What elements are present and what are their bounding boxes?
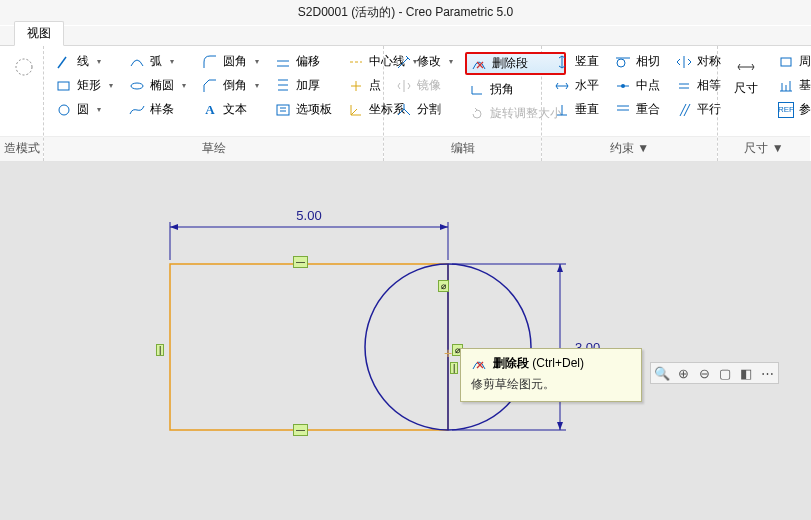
perpendicular-icon — [554, 102, 570, 118]
view-toolbar: 🔍 ⊕ ⊖ ▢ ◧ ⋯ — [650, 362, 779, 384]
svg-marker-15 — [440, 224, 448, 230]
delete-segment-icon — [471, 356, 487, 372]
svg-rect-4 — [277, 105, 289, 115]
palette-button[interactable]: 选项板 — [271, 100, 336, 119]
circle-icon — [56, 102, 72, 118]
dimension-icon — [735, 56, 757, 78]
construction-mode[interactable] — [4, 52, 44, 82]
svg-point-5 — [617, 59, 625, 67]
split-icon — [396, 102, 412, 118]
svg-marker-14 — [170, 224, 178, 230]
window-title: S2D0001 (活动的) - Creo Parametric 5.0 — [298, 4, 513, 21]
coincident-button[interactable]: 重合 — [611, 100, 664, 119]
chamfer-icon — [202, 78, 218, 94]
thicken-icon — [275, 78, 291, 94]
coincident-icon — [615, 102, 631, 118]
horizontal-icon — [554, 78, 570, 94]
group-label-dimension[interactable]: 尺寸 ▼ — [718, 136, 810, 161]
tab-strip: 视图 — [0, 26, 811, 46]
centerline-icon — [348, 54, 364, 70]
text-button[interactable]: A文本 — [198, 100, 263, 119]
constraint-handle[interactable]: — — [293, 424, 308, 436]
arc-icon — [129, 54, 145, 70]
perimeter-icon — [778, 54, 794, 70]
perpendicular-button[interactable]: 垂直 — [550, 100, 603, 119]
tooltip-delete-segment: 删除段 (Ctrl+Del) 修剪草绘图元。 — [460, 348, 642, 402]
svg-rect-8 — [170, 264, 448, 430]
parallel-icon — [676, 102, 692, 118]
svg-rect-7 — [781, 58, 791, 66]
ellipse-button[interactable]: 椭圆 — [125, 76, 190, 95]
svg-marker-21 — [557, 422, 563, 430]
constraint-handle[interactable]: ⌀ — [438, 280, 449, 292]
svg-rect-1 — [58, 82, 69, 90]
zoom-out-icon[interactable]: ⊖ — [695, 364, 713, 382]
spline-button[interactable]: 样条 — [125, 100, 190, 119]
center-mark-icon: + — [444, 345, 452, 361]
line-icon — [56, 54, 72, 70]
mirror-icon — [396, 78, 412, 94]
fillet-icon — [202, 54, 218, 70]
delete-segment-icon — [471, 56, 487, 72]
svg-point-0 — [16, 59, 32, 75]
svg-point-2 — [59, 105, 69, 115]
thicken-button[interactable]: 加厚 — [271, 76, 336, 95]
spline-icon — [129, 102, 145, 118]
tangent-icon — [615, 54, 631, 70]
perimeter-button[interactable]: 周长 — [774, 52, 811, 71]
constraint-handle[interactable]: | — [156, 344, 164, 356]
corner-icon — [469, 82, 485, 98]
symmetric-icon — [676, 54, 692, 70]
equal-icon — [676, 78, 692, 94]
tab-view[interactable]: 视图 — [14, 21, 64, 46]
rectangle-icon — [56, 78, 72, 94]
horizontal-button[interactable]: 水平 — [550, 76, 603, 95]
overflow-icon[interactable]: ⋯ — [758, 364, 776, 382]
palette-icon — [275, 102, 291, 118]
offset-button[interactable]: 偏移 — [271, 52, 336, 71]
midpoint-button[interactable]: 中点 — [611, 76, 664, 95]
svg-text:5.00: 5.00 — [296, 208, 321, 223]
text-icon: A — [202, 102, 218, 118]
rotate-icon — [469, 106, 485, 122]
dimension-button[interactable]: 尺寸 — [726, 52, 766, 101]
view-cube-icon[interactable]: ◧ — [737, 364, 755, 382]
reference-button[interactable]: REF参考 — [774, 100, 811, 119]
vertical-icon — [554, 54, 570, 70]
arc-button[interactable]: 弧 — [125, 52, 190, 71]
modify-button[interactable]: 修改 — [392, 52, 457, 71]
group-label-edit: 编辑 — [384, 136, 541, 161]
split-button[interactable]: 分割 — [392, 100, 457, 119]
ellipse-icon — [129, 78, 145, 94]
ribbon: 造模式 线 矩形 圆 弧 椭圆 样条 — [0, 46, 811, 162]
graphics-area[interactable]: 5.00 3.00 | — — ⌀ ⌀ | + 删除段 (Ctrl+Del) 修… — [0, 162, 811, 520]
zoom-in-icon[interactable]: ⊕ — [674, 364, 692, 382]
vertical-button[interactable]: 竖直 — [550, 52, 603, 71]
fillet-button[interactable]: 圆角 — [198, 52, 263, 71]
title-bar: S2D0001 (活动的) - Creo Parametric 5.0 — [0, 0, 811, 26]
constraint-handle[interactable]: — — [293, 256, 308, 268]
chamfer-button[interactable]: 倒角 — [198, 76, 263, 95]
offset-icon — [275, 54, 291, 70]
repaint-icon[interactable]: ▢ — [716, 364, 734, 382]
midpoint-icon — [615, 78, 631, 94]
group-label-construction: 造模式 — [0, 136, 43, 161]
zoom-fit-icon[interactable]: 🔍 — [653, 364, 671, 382]
reference-icon: REF — [778, 102, 794, 118]
svg-point-3 — [131, 83, 143, 89]
rectangle-button[interactable]: 矩形 — [52, 76, 117, 95]
line-button[interactable]: 线 — [52, 52, 117, 71]
group-label-constraints[interactable]: 约束 ▼ — [542, 136, 717, 161]
svg-marker-20 — [557, 264, 563, 272]
baseline-icon — [778, 78, 794, 94]
circle-button[interactable]: 圆 — [52, 100, 117, 119]
constraint-handle[interactable]: | — [450, 362, 458, 374]
modify-icon — [396, 54, 412, 70]
tangent-button[interactable]: 相切 — [611, 52, 664, 71]
point-icon — [348, 78, 364, 94]
group-label-sketch: 草绘 — [44, 136, 383, 161]
svg-point-6 — [621, 84, 625, 88]
baseline-button[interactable]: 基线 — [774, 76, 811, 95]
mirror-button: 镜像 — [392, 76, 457, 95]
coord-icon — [348, 102, 364, 118]
